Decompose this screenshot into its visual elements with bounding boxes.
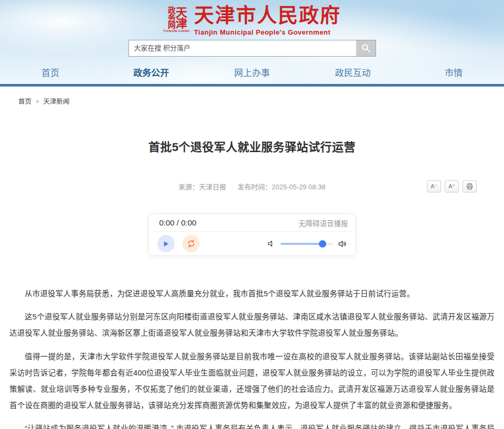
breadcrumb-home[interactable]: 首页: [18, 96, 31, 106]
play-button[interactable]: [157, 235, 175, 252]
seal-right-chars: 天津: [175, 6, 186, 28]
seal-logo: 政务网 天津 TIANJIN-CHINA: [163, 6, 190, 33]
search-icon: [361, 43, 371, 53]
search-input[interactable]: [129, 40, 356, 56]
article-meta: 来源：天津日报 发布时间：2025-05-29 08:38: [9, 180, 495, 194]
article-paragraph: 值得一提的是，天津市大学软件学院退役军人就业服务驿站是目前我市唯一设在高校的退役…: [9, 349, 495, 414]
search-button[interactable]: [356, 40, 376, 56]
player-time: 0:00 / 0:00: [159, 218, 197, 227]
nav-item-online-services[interactable]: 网上办事: [201, 61, 302, 83]
player-caption: 无障碍语音播报: [298, 218, 348, 228]
breadcrumb-tianjin-news[interactable]: 天津新闻: [43, 96, 69, 106]
article-paragraph: 这5个退役军人就业服务驿站分别是河东区向阳楼街道退役军人就业服务驿站、津南区咸水…: [9, 309, 495, 341]
nav-item-gov-affairs[interactable]: 政务公开: [101, 61, 201, 83]
font-decrease-button[interactable]: A⁻: [427, 180, 441, 192]
main-nav: 首页 政务公开 网上办事 政民互动 市情: [0, 61, 504, 83]
site-title: 天津市人民政府: [194, 5, 341, 27]
printer-icon: [466, 183, 474, 190]
article-toolbar: A⁻ A⁺: [427, 180, 477, 192]
volume-fill: [281, 243, 323, 245]
print-button[interactable]: [463, 180, 477, 192]
search-box: [128, 40, 376, 57]
volume-thumb[interactable]: [319, 240, 326, 248]
article: 首批5个退役军人就业服务驿站试行运营 来源：天津日报 发布时间：2025-05-…: [0, 137, 504, 429]
site-logo[interactable]: 政务网 天津 TIANJIN-CHINA 天津市人民政府 Tianjin Mun…: [0, 0, 504, 36]
site-subtitle-en: Tianjin Municipal People's Government: [194, 28, 341, 36]
article-paragraph: “让驿站成为服务退役军人就业的温暖港湾。” 市退役军人事务局有关负责人表示，退役…: [9, 421, 495, 429]
article-publish-time: 发布时间：2025-05-29 08:38: [238, 183, 326, 191]
article-source: 来源：天津日报: [178, 183, 226, 191]
article-paragraph: 从市退役军人事务局获悉，为促进退役军人高质量充分就业，我市首批5个退役军人就业服…: [9, 286, 495, 302]
replay-icon: [187, 239, 196, 248]
volume-slider[interactable]: [281, 243, 333, 245]
article-title: 首批5个退役军人就业服务驿站试行运营: [9, 137, 495, 154]
volume-mute-icon[interactable]: [267, 239, 276, 248]
nav-item-home[interactable]: 首页: [0, 61, 101, 83]
nav-item-interaction[interactable]: 政民互动: [303, 61, 403, 83]
replay-button[interactable]: [183, 235, 200, 252]
font-increase-button[interactable]: A⁺: [445, 180, 459, 192]
seal-caption: TIANJIN-CHINA: [163, 29, 190, 33]
breadcrumb-separator: >: [36, 98, 39, 104]
nav-item-city-info[interactable]: 市情: [403, 61, 504, 83]
audio-player: 0:00 / 0:00 无障碍语音播报: [148, 213, 356, 256]
site-header: 政务网 天津 TIANJIN-CHINA 天津市人民政府 Tianjin Mun…: [0, 0, 504, 84]
volume-loud-icon[interactable]: [338, 239, 347, 249]
breadcrumb: 首页 > 天津新闻: [0, 87, 504, 112]
play-icon: [162, 240, 170, 248]
article-body: 从市退役军人事务局获悉，为促进退役军人高质量充分就业，我市首批5个退役军人就业服…: [9, 286, 495, 429]
